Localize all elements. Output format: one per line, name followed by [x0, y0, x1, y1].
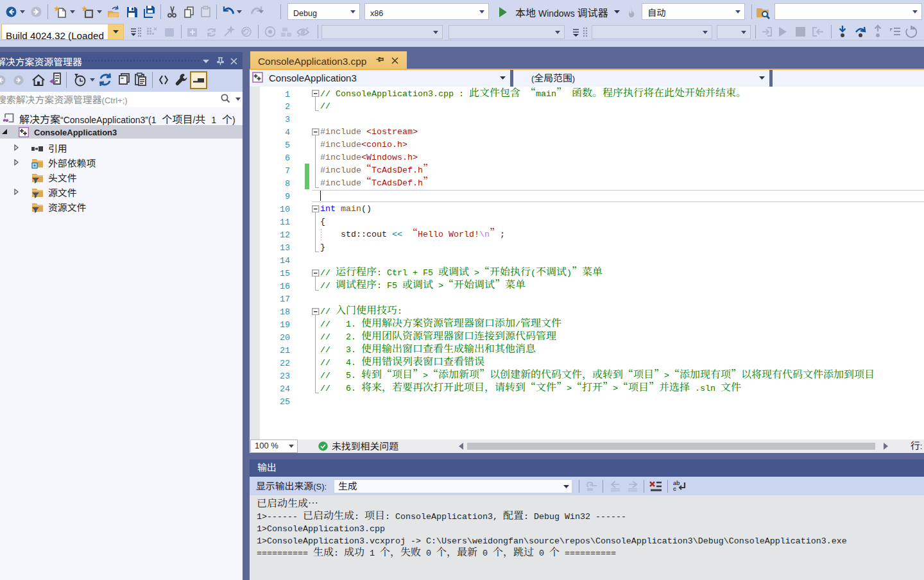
svg-text:c: c — [673, 486, 676, 492]
